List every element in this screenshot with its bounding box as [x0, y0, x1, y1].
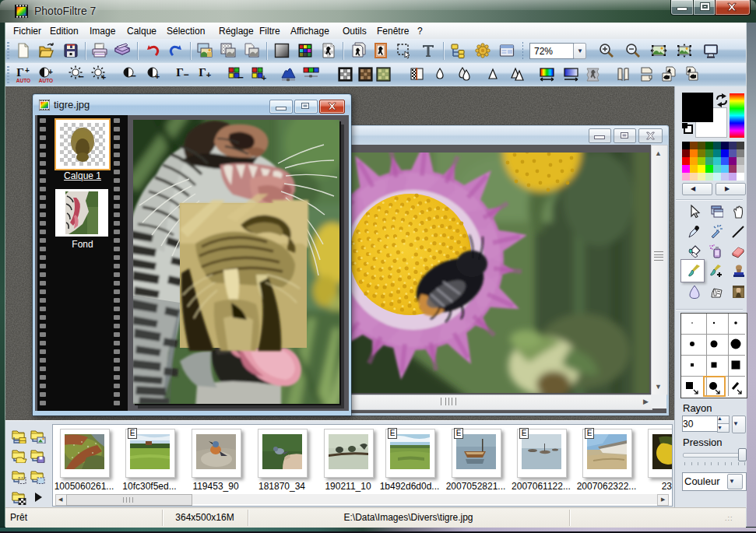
svg-text:Γ: Γ: [176, 66, 184, 79]
svg-text:−: −: [237, 72, 244, 83]
svg-text:+: +: [101, 72, 106, 82]
svg-text:−: −: [130, 70, 136, 82]
svg-text:+: +: [262, 73, 266, 82]
svg-text:+: +: [155, 72, 160, 81]
svg-text:Γ: Γ: [16, 66, 24, 79]
svg-text:+: +: [48, 68, 53, 76]
svg-text:AUTO: AUTO: [39, 78, 53, 83]
svg-text:−: −: [78, 71, 84, 82]
svg-text:+: +: [25, 66, 30, 75]
svg-text:+: +: [206, 70, 211, 79]
svg-text:Γ: Γ: [199, 66, 206, 79]
svg-text:−: −: [183, 69, 188, 80]
svg-text:AUTO: AUTO: [16, 78, 30, 83]
